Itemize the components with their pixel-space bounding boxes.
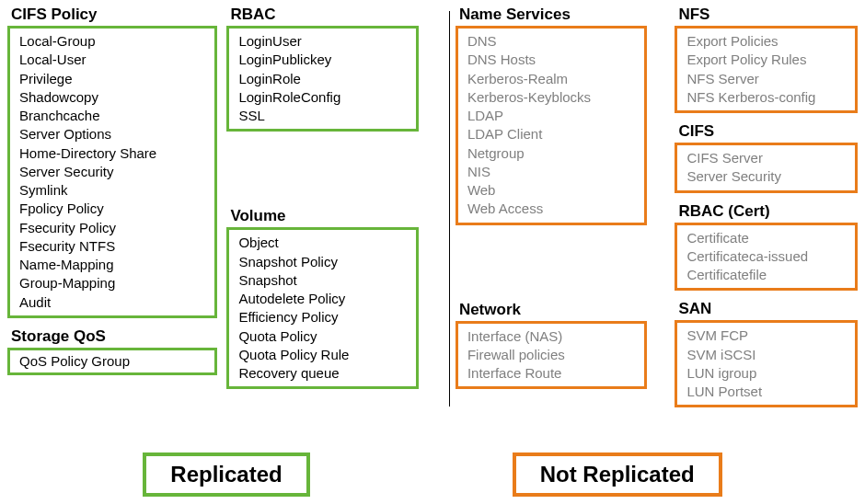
- list-item: Home-Directory Share: [19, 144, 205, 163]
- group-title-nfs: NFS: [678, 6, 854, 24]
- list-item: Quota Policy Rule: [238, 346, 407, 364]
- list-item: DNS Hosts: [467, 51, 636, 69]
- list-item: SSL: [238, 107, 407, 125]
- group-box-network: Interface (NAS) Firewall policies Interf…: [456, 321, 648, 390]
- group-title-cifs: CIFS: [678, 122, 854, 141]
- list-item: Interface (NAS): [467, 327, 636, 346]
- list-item: Privilege: [19, 70, 205, 88]
- legend-row: Replicated Not Replicated: [0, 452, 865, 497]
- list-item: Audit: [19, 293, 205, 312]
- group-box-storage-qos: QoS Policy Group: [7, 348, 217, 375]
- group-title-name-services: Name Services: [459, 6, 644, 24]
- list-item: Web: [467, 181, 636, 200]
- legend-replicated: Replicated: [143, 452, 309, 497]
- list-item: Certificateca-issued: [686, 247, 846, 266]
- list-item: Certificate: [686, 229, 846, 247]
- list-item: LDAP Client: [467, 125, 636, 143]
- list-item: Fsecurity Policy: [19, 219, 205, 237]
- col-notrep-2: NFS Export Policies Export Policy Rules …: [656, 4, 858, 417]
- list-item: NFS Kerberos-config: [686, 88, 846, 107]
- list-item: Snapshot Policy: [238, 253, 407, 271]
- group-title-rbac-cert: RBAC (Cert): [678, 202, 854, 221]
- list-item: NIS: [467, 163, 636, 181]
- list-item: LUN igroup: [686, 364, 846, 383]
- group-title-cifs-policy: CIFS Policy: [11, 6, 213, 24]
- group-box-cifs-policy: Local-Group Local-User Privilege Shadowc…: [7, 26, 217, 318]
- list-item: Firewall policies: [467, 346, 636, 364]
- group-title-network: Network: [459, 301, 644, 319]
- group-title-storage-qos: Storage QoS: [11, 327, 213, 346]
- list-item: Certificatefile: [686, 266, 846, 284]
- list-item: Server Security: [19, 163, 205, 181]
- list-item: Snapshot: [238, 271, 407, 290]
- group-box-name-services: DNS DNS Hosts Kerberos-Realm Kerberos-Ke…: [456, 26, 648, 225]
- list-item: Object: [238, 234, 407, 252]
- list-item: Export Policies: [686, 32, 846, 51]
- group-box-cifs: CIFS Server Server Security: [675, 143, 858, 193]
- col-notrep-1: Name Services DNS DNS Hosts Kerberos-Rea…: [428, 4, 657, 417]
- group-box-san: SVM FCP SVM iSCSI LUN igroup LUN Portset: [675, 320, 858, 407]
- legend-not-replicated: Not Replicated: [513, 452, 722, 497]
- list-item: Recovery queue: [238, 364, 407, 383]
- list-item: Quota Policy: [238, 327, 407, 346]
- list-item: Kerberos-Realm: [467, 70, 636, 88]
- group-box-rbac-cert: Certificate Certificateca-issued Certifi…: [675, 223, 858, 292]
- list-item: LUN Portset: [686, 383, 846, 401]
- list-item: Local-User: [19, 51, 205, 69]
- list-item: LoginUser: [238, 32, 407, 51]
- list-item: Name-Mapping: [19, 256, 205, 274]
- list-item: DNS: [467, 32, 636, 51]
- list-item: CIFS Server: [686, 149, 846, 167]
- group-box-nfs: Export Policies Export Policy Rules NFS …: [675, 26, 858, 113]
- list-item: Interface Route: [467, 364, 636, 383]
- group-title-san: SAN: [678, 300, 854, 318]
- group-box-volume: Object Snapshot Policy Snapshot Autodele…: [226, 227, 419, 389]
- list-item: Export Policy Rules: [686, 51, 846, 69]
- list-item: LoginPublickey: [238, 51, 407, 69]
- list-item: Web Access: [467, 200, 636, 218]
- list-item: SVM FCP: [686, 326, 846, 345]
- list-item: Local-Group: [19, 32, 205, 51]
- list-item: Group-Mapping: [19, 274, 205, 292]
- divider: [449, 11, 450, 407]
- list-item: NFS Server: [686, 70, 846, 88]
- diagram-columns: CIFS Policy Local-Group Local-User Privi…: [7, 4, 858, 417]
- group-box-rbac: LoginUser LoginPublickey LoginRole Login…: [226, 26, 419, 132]
- list-item: Autodelete Policy: [238, 290, 407, 308]
- list-item: LoginRoleConfig: [238, 88, 407, 107]
- group-title-volume: Volume: [230, 207, 415, 225]
- list-item: Server Options: [19, 125, 205, 143]
- col-replicated-2: RBAC LoginUser LoginPublickey LoginRole …: [226, 4, 428, 417]
- list-item: LoginRole: [238, 70, 407, 88]
- list-item: SVM iSCSI: [686, 346, 846, 364]
- list-item: Server Security: [686, 167, 846, 186]
- list-item: Fpolicy Policy: [19, 200, 205, 218]
- list-item: Branchcache: [19, 107, 205, 125]
- list-item: Kerberos-Keyblocks: [467, 88, 636, 107]
- list-item: LDAP: [467, 107, 636, 125]
- col-replicated-1: CIFS Policy Local-Group Local-User Privi…: [7, 4, 226, 417]
- list-item: Shadowcopy: [19, 88, 205, 107]
- list-item: Fsecurity NTFS: [19, 237, 205, 256]
- list-item: Efficiency Policy: [238, 308, 407, 326]
- list-item: Netgroup: [467, 144, 636, 163]
- list-item: Symlink: [19, 181, 205, 200]
- group-title-rbac: RBAC: [230, 6, 415, 24]
- list-item: QoS Policy Group: [19, 352, 205, 371]
